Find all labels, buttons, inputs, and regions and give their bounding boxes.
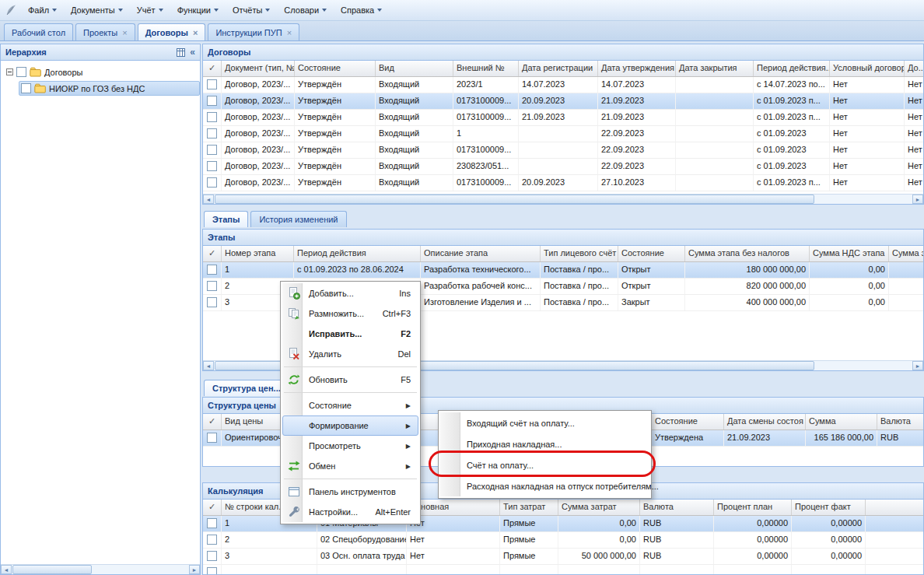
table-row[interactable]: Договор, 2023/...УтверждёнВходящий2023/1… [203,77,923,93]
submenu-item[interactable]: Расходная накладная на отпуск потребител… [440,475,649,496]
column-header[interactable]: Условный договор [830,61,905,76]
row-checkbox[interactable] [207,161,217,171]
column-header[interactable]: До... [905,61,923,76]
column-header[interactable]: Вид [376,61,453,76]
column-header[interactable]: Сумма э... [889,246,923,261]
context-menu-item[interactable]: Панель инструментов [282,482,418,502]
menubar-item[interactable]: Функции [170,2,226,18]
menubar-item[interactable]: Словари [277,2,334,18]
column-header[interactable]: Дата утверждения [598,61,676,76]
submenu-item[interactable]: Счёт на оплату... [440,454,649,475]
context-menu-item[interactable]: Добавить...Ins [282,283,418,303]
table-row[interactable]: Договор, 2023/...УтверждёнВходящий017310… [203,110,923,126]
tree-node-checkbox[interactable] [16,67,26,77]
menubar-item[interactable]: Отчёты [226,2,277,18]
tree-node-contracts[interactable]: Договоры [1,64,200,80]
scroll-left-icon[interactable]: ◄ [1,565,12,574]
scrollbar-track[interactable] [12,565,188,574]
column-header[interactable]: Валюта [640,500,714,515]
row-checkbox[interactable] [207,265,217,275]
table-row[interactable]: Договор, 2023/...УтверждёнВходящий017310… [203,175,923,191]
context-menu-item[interactable]: Просмотреть▶ [282,436,418,456]
column-header[interactable]: Основная [407,500,500,515]
context-menu-item[interactable]: Обмен▶ [282,456,418,476]
scroll-left-icon[interactable]: ◄ [203,195,214,204]
scroll-right-icon[interactable]: ► [912,361,923,370]
table-row[interactable]: 202 СпецоборудованиеНетПрямые0,00RUB0,00… [203,532,923,549]
column-header[interactable]: Документ (тип, №... [222,61,295,76]
context-menu-item[interactable]: Формирование▶ [282,415,418,436]
column-header[interactable] [866,500,923,515]
tab-history[interactable]: История изменений [250,211,346,227]
window-tab[interactable]: Проекты× [75,23,135,40]
row-checkbox[interactable] [207,297,217,307]
column-header[interactable]: Состояние [652,414,724,429]
column-header[interactable]: Дата регистрации [519,61,598,76]
scroll-left-icon[interactable]: ◄ [203,361,214,370]
column-chooser-icon[interactable] [177,48,185,57]
row-checkbox[interactable] [207,128,217,138]
column-header[interactable]: Сумма затрат [558,500,640,515]
column-header[interactable]: Процент план [714,500,792,515]
close-tab-icon[interactable]: × [287,29,292,37]
collapse-node-icon[interactable] [6,68,13,75]
column-header[interactable]: Сумма [806,414,877,429]
row-checkbox[interactable] [207,177,217,188]
column-header[interactable]: Валюта [877,414,923,429]
window-tab[interactable]: Рабочий стол [4,23,73,40]
column-header[interactable]: Период действия... [754,61,830,76]
menubar-item[interactable]: Файл [21,2,64,18]
column-header[interactable]: Дата закрытия [676,61,754,76]
table-row[interactable]: 303 Осн. оплата трудаНетПрямые50 000 000… [203,549,923,565]
window-tab[interactable]: Инструкции ПУП× [208,23,299,40]
row-checkbox[interactable] [207,281,217,291]
table-row[interactable] [203,565,923,574]
scrollbar-track[interactable] [215,195,912,204]
column-header[interactable]: Номер этапа [222,246,294,261]
row-checkbox[interactable] [207,79,217,89]
context-menu-item[interactable]: Размножить...Ctrl+F3 [282,303,418,324]
menubar-item[interactable]: Учёт [130,2,170,18]
column-header[interactable]: Сумма НДС этапа [810,246,889,261]
row-checkbox[interactable] [207,518,217,528]
context-menu-item[interactable]: УдалитьDel [282,344,418,364]
scroll-right-icon[interactable]: ► [912,195,923,204]
table-row[interactable]: Договор, 2023/...УтверждёнВходящий017310… [203,93,923,110]
scrollbar-thumb[interactable] [215,195,814,204]
row-checkbox[interactable] [207,551,217,561]
row-checkbox[interactable] [207,145,217,155]
select-all-header[interactable]: ✓ [203,246,222,261]
row-checkbox[interactable] [207,112,217,122]
collapse-panel-icon[interactable]: « [190,48,195,57]
row-checkbox[interactable] [207,567,217,574]
context-menu-item[interactable]: ОбновитьF5 [282,370,418,390]
column-header[interactable]: Внешний № [453,61,519,76]
row-checkbox[interactable] [207,96,217,106]
scroll-right-icon[interactable]: ► [189,565,200,574]
context-menu-item[interactable]: Исправить...F2 [282,324,418,344]
row-checkbox[interactable] [207,535,217,545]
select-all-header[interactable]: ✓ [203,61,222,76]
table-row[interactable]: Договор, 2023/...УтверждёнВходящий017310… [203,142,923,159]
close-tab-icon[interactable]: × [193,29,198,37]
close-tab-icon[interactable]: × [122,29,127,37]
submenu-item[interactable]: Входящий счёт на оплату... [440,412,649,433]
menubar-item[interactable]: Справка [334,2,389,18]
hierarchy-hscrollbar[interactable]: ◄ ► [1,564,200,574]
column-header[interactable]: Период действия [294,246,421,261]
table-row[interactable]: 1с 01.09.2023 по 28.06.2024Разработка те… [203,262,923,279]
tree-node-niokr[interactable]: НИОКР по ГОЗ без НДС [1,80,200,96]
table-row[interactable]: Договор, 2023/...УтверждёнВходящий122.09… [203,126,923,142]
column-header[interactable]: Тип затрат [500,500,558,515]
context-menu-item[interactable]: Настройки...Alt+Enter [282,502,418,522]
submenu-item[interactable]: Приходная накладная... [440,433,649,454]
column-header[interactable]: Состояние [295,61,376,76]
tab-price-structure[interactable]: Структура цен... [204,380,289,396]
menubar-item[interactable]: Документы [64,2,130,18]
tab-stages[interactable]: Этапы [204,211,248,227]
column-header[interactable]: Состояние [618,246,685,261]
contracts-hscrollbar[interactable]: ◄ ► [203,194,923,204]
column-header[interactable]: Описание этапа [421,246,541,261]
select-all-header[interactable]: ✓ [203,414,222,429]
context-menu-item[interactable]: Состояние▶ [282,395,418,415]
